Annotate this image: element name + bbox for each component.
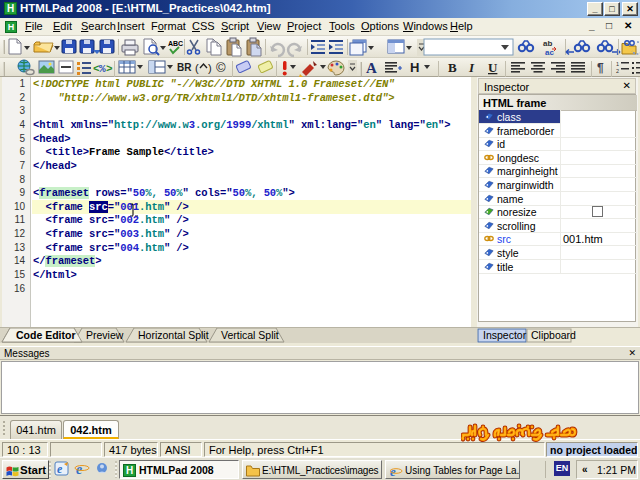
svg-text:%: % — [99, 63, 106, 75]
svg-text:BR: BR — [177, 62, 192, 73]
svg-text:B: B — [448, 60, 457, 75]
svg-text:A: A — [366, 60, 377, 76]
svg-text:): ) — [208, 62, 212, 74]
svg-text:e: e — [57, 462, 63, 476]
svg-text:H: H — [410, 60, 419, 75]
svg-text:ABC: ABC — [168, 40, 183, 47]
svg-text:1: 1 — [616, 61, 619, 67]
svg-text:I: I — [468, 60, 475, 75]
svg-text:2: 2 — [616, 68, 619, 74]
svg-text:(: ( — [195, 62, 199, 74]
svg-text:>: > — [106, 63, 113, 75]
svg-text:U: U — [488, 60, 498, 75]
svg-text:e: e — [390, 464, 396, 478]
svg-text:©: © — [216, 60, 226, 75]
svg-text:¶: ¶ — [597, 61, 604, 75]
svg-text:ab: ab — [543, 39, 552, 48]
